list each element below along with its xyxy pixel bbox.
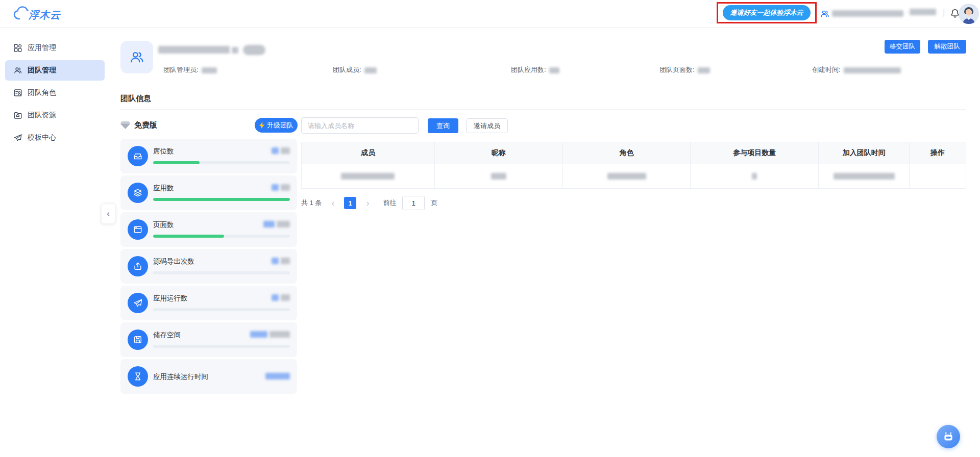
highlight-annotation-box: 邀请好友一起体验浮木云 bbox=[717, 2, 817, 23]
sidebar-nav: 应用管理 团队管理 团队角色 团队资源 模板中心 bbox=[0, 28, 110, 457]
redacted-value bbox=[202, 67, 217, 73]
redacted-project-count bbox=[752, 173, 757, 180]
pagination: 共 1 条 ‹ 1 › 前往 页 bbox=[301, 196, 437, 210]
layers-icon bbox=[128, 183, 148, 203]
progress-track bbox=[153, 271, 290, 274]
sidebar-item-template-center[interactable]: 模板中心 bbox=[5, 128, 105, 148]
col-actions: 操作 bbox=[910, 142, 966, 164]
section-divider bbox=[120, 109, 966, 110]
browser-window-icon bbox=[128, 219, 148, 240]
section-title: 团队信息 bbox=[120, 94, 151, 104]
member-table: 成员 昵称 角色 参与项目数量 加入团队时间 操作 bbox=[301, 142, 966, 189]
redacted-account-name bbox=[832, 10, 903, 17]
col-nickname: 昵称 bbox=[435, 142, 563, 164]
quota-card-running-apps: 应用运行数 bbox=[120, 286, 297, 320]
sidebar-item-label: 模板中心 bbox=[28, 133, 56, 142]
pagination-total: 共 1 条 bbox=[301, 198, 322, 208]
redacted-used bbox=[272, 258, 279, 264]
progress-track bbox=[153, 345, 290, 348]
redacted-used bbox=[272, 184, 279, 191]
team-field-created-time: 创建时间: bbox=[812, 65, 901, 74]
quota-list: 席位数 应用数 页面数 源码导出次数 bbox=[120, 139, 297, 394]
team-field-admin: 团队管理员: bbox=[163, 65, 217, 74]
redacted-used bbox=[272, 294, 279, 301]
progress-track bbox=[153, 235, 290, 238]
quota-card-seats: 席位数 bbox=[120, 139, 297, 173]
redacted-total bbox=[281, 294, 290, 301]
redacted-used bbox=[250, 331, 267, 338]
page-unit-label: 页 bbox=[431, 198, 437, 208]
redacted-account-badge bbox=[910, 9, 936, 15]
redacted-value bbox=[844, 67, 901, 73]
paper-plane-icon bbox=[128, 293, 148, 313]
apps-grid-icon bbox=[13, 43, 22, 53]
table-header: 成员 昵称 角色 参与项目数量 加入团队时间 操作 bbox=[302, 142, 966, 164]
main-content: 团队管理员: 团队成员: 团队应用数: 团队页面数: 创建时间: 移交团队 解散… bbox=[110, 28, 980, 457]
col-member: 成员 bbox=[302, 142, 435, 164]
sidebar-item-label: 团队管理 bbox=[28, 66, 56, 75]
account-name-separator: - bbox=[905, 8, 908, 16]
invite-member-button[interactable]: 邀请成员 bbox=[466, 118, 508, 133]
paper-plane-icon bbox=[13, 133, 22, 142]
logo-text: 浮木云 bbox=[29, 8, 61, 22]
role-card-icon bbox=[13, 88, 22, 97]
sidebar-item-team-management[interactable]: 团队管理 bbox=[5, 60, 105, 81]
redacted-edit-icon bbox=[232, 47, 238, 54]
progress-track bbox=[153, 198, 290, 201]
redacted-value bbox=[698, 67, 710, 73]
team-people-icon bbox=[13, 66, 22, 75]
folder-cloud-icon bbox=[13, 111, 22, 120]
goto-page-input[interactable] bbox=[402, 196, 425, 210]
prev-page-button[interactable]: ‹ bbox=[327, 197, 339, 209]
user-avatar[interactable] bbox=[959, 4, 979, 24]
query-button[interactable]: 查询 bbox=[428, 118, 458, 133]
redacted-team-name bbox=[158, 46, 230, 54]
invite-friends-button[interactable]: 邀请好友一起体验浮木云 bbox=[723, 5, 811, 20]
redacted-value bbox=[549, 67, 559, 73]
plan-name: 免费版 bbox=[134, 120, 157, 130]
chevron-left-icon: ‹ bbox=[107, 209, 110, 219]
sidebar-item-app-management[interactable]: 应用管理 bbox=[5, 38, 105, 58]
col-role: 角色 bbox=[563, 142, 691, 164]
sidebar-item-label: 应用管理 bbox=[28, 43, 56, 53]
quota-card-apps: 应用数 bbox=[120, 175, 297, 210]
col-join-time: 加入团队时间 bbox=[819, 142, 910, 164]
redacted-role bbox=[607, 173, 646, 180]
app-logo[interactable]: 浮木云 bbox=[13, 5, 75, 23]
inbox-icon bbox=[128, 146, 148, 166]
page-1-button[interactable]: 1 bbox=[344, 197, 356, 209]
progress-fill bbox=[153, 161, 200, 164]
sidebar-item-label: 团队资源 bbox=[28, 111, 56, 120]
quota-card-continuous-runtime: 应用连续运行时间 bbox=[120, 359, 297, 394]
plan-row: 免费版 bbox=[120, 118, 157, 132]
dissolve-team-button[interactable]: 解散团队 bbox=[928, 40, 966, 54]
diamond-icon bbox=[120, 121, 130, 130]
team-field-members: 团队成员: bbox=[333, 65, 377, 74]
redacted-total bbox=[277, 221, 290, 227]
redacted-used bbox=[263, 221, 275, 227]
redacted-total bbox=[281, 147, 290, 154]
team-field-page-count: 团队页面数: bbox=[659, 65, 710, 74]
table-row[interactable] bbox=[302, 164, 966, 188]
quota-card-source-exports: 源码导出次数 bbox=[120, 249, 297, 284]
upgrade-team-button[interactable]: 升级团队 bbox=[255, 118, 298, 133]
team-people-icon bbox=[820, 9, 830, 21]
next-page-button[interactable]: › bbox=[361, 197, 374, 209]
redacted-total bbox=[281, 184, 290, 191]
progress-track bbox=[153, 161, 290, 164]
sidebar-collapse-button[interactable]: ‹ bbox=[101, 204, 115, 224]
sidebar-item-team-resources[interactable]: 团队资源 bbox=[5, 105, 105, 125]
transfer-team-button[interactable]: 移交团队 bbox=[885, 40, 920, 54]
sidebar-item-team-roles[interactable]: 团队角色 bbox=[5, 83, 105, 103]
progress-track bbox=[153, 308, 290, 311]
member-search-input[interactable] bbox=[301, 117, 419, 134]
assistant-bot-button[interactable] bbox=[937, 425, 960, 448]
redacted-used bbox=[272, 147, 279, 154]
redacted-team-badge bbox=[243, 45, 265, 55]
goto-label: 前往 bbox=[383, 198, 396, 208]
table-body bbox=[302, 164, 966, 188]
redacted-join-time bbox=[834, 173, 895, 180]
progress-fill bbox=[153, 235, 224, 238]
quota-card-storage: 储存空间 bbox=[120, 322, 297, 357]
hourglass-icon bbox=[128, 366, 148, 387]
